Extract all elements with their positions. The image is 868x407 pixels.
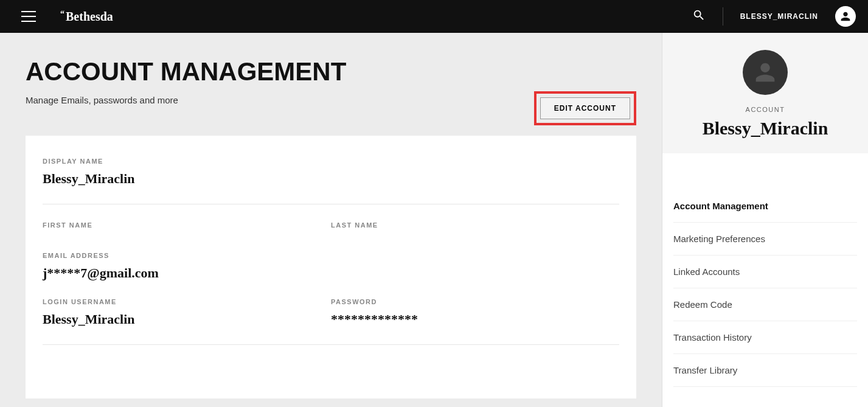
menu-icon[interactable]	[21, 11, 36, 22]
login-username-label: LOGIN USERNAME	[43, 298, 331, 305]
display-name-label: DISPLAY NAME	[43, 158, 619, 165]
account-card: DISPLAY NAME Blessy_Miraclin FIRST NAME …	[26, 136, 636, 398]
sidebar-profile: ACCOUNT Blessy_Miraclin	[662, 33, 868, 153]
email-label: EMAIL ADDRESS	[43, 252, 619, 259]
edit-account-highlight: EDIT ACCOUNT	[534, 91, 636, 125]
sidebar-account-label: ACCOUNT	[668, 106, 862, 113]
divider	[43, 344, 619, 345]
header-username[interactable]: BLESSY_MIRACLIN	[740, 12, 818, 21]
divider	[43, 204, 619, 204]
page-title: ACCOUNT MANAGEMENT	[26, 57, 636, 86]
sidebar-item-account-management[interactable]: Account Management	[673, 190, 857, 223]
main: ACCOUNT MANAGEMENT Manage Emails, passwo…	[0, 33, 868, 407]
display-name-block: DISPLAY NAME Blessy_Miraclin	[43, 158, 619, 187]
sidebar-username: Blessy_Miraclin	[668, 118, 862, 139]
avatar-large-icon	[743, 50, 788, 95]
name-row: FIRST NAME LAST NAME	[43, 221, 619, 235]
first-name-label: FIRST NAME	[43, 221, 331, 229]
sidebar-item-transaction-history[interactable]: Transaction History	[673, 321, 857, 354]
display-name-value: Blessy_Miraclin	[43, 171, 619, 187]
brand-logo[interactable]: “Bethesda	[60, 10, 113, 24]
brand-text: Bethesda	[66, 10, 113, 24]
email-value: j*****7@gmail.com	[43, 265, 619, 281]
sidebar-nav: Account Management Marketing Preferences…	[662, 153, 868, 387]
password-label: PASSWORD	[331, 298, 619, 305]
sidebar-item-transfer-library[interactable]: Transfer Library	[673, 354, 857, 387]
sidebar-item-redeem-code[interactable]: Redeem Code	[673, 288, 857, 321]
sidebar-item-marketing-preferences[interactable]: Marketing Preferences	[673, 223, 857, 256]
email-block: EMAIL ADDRESS j*****7@gmail.com	[43, 252, 619, 281]
edit-account-button[interactable]: EDIT ACCOUNT	[540, 97, 630, 119]
content: ACCOUNT MANAGEMENT Manage Emails, passwo…	[0, 33, 662, 407]
avatar-icon[interactable]	[835, 6, 856, 27]
search-icon[interactable]	[692, 9, 706, 24]
topbar: “Bethesda BLESSY_MIRACLIN	[0, 0, 868, 33]
login-row: LOGIN USERNAME Blessy_Miraclin PASSWORD …	[43, 298, 619, 327]
sidebar: ACCOUNT Blessy_Miraclin Account Manageme…	[662, 33, 868, 407]
sidebar-item-linked-accounts[interactable]: Linked Accounts	[673, 256, 857, 288]
password-value: *************	[331, 311, 619, 327]
last-name-label: LAST NAME	[331, 221, 619, 229]
login-username-value: Blessy_Miraclin	[43, 311, 331, 327]
divider	[723, 7, 723, 26]
